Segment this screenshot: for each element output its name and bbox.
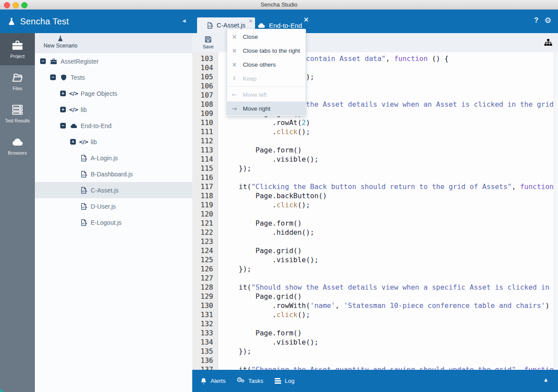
tree-item-lib[interactable]: +</>lib (35, 101, 192, 118)
tree-expander-minus[interactable]: − (60, 123, 66, 128)
tab-close-icon[interactable]: × (248, 18, 253, 24)
rail-item-files[interactable]: Files (0, 65, 35, 98)
menu-item-label: Close (243, 34, 258, 40)
sitemap-icon[interactable] (544, 38, 552, 47)
help-icon[interactable]: ? (534, 17, 538, 24)
line-number: 115 (192, 164, 213, 173)
svg-text:</>: </> (82, 173, 87, 176)
code-icon: </> (69, 107, 78, 113)
tree-item-assetregister[interactable]: −AssetRegister (35, 53, 192, 69)
close-icon: × (231, 47, 238, 54)
line-number: 132 (192, 319, 213, 328)
tree-item-end-to-end[interactable]: −End-to-End (35, 118, 192, 134)
tree-toolbar: New Scenario (35, 33, 192, 53)
line-number: 121 (192, 219, 213, 228)
code-line: .click(); (222, 200, 554, 210)
macos-titlebar: Sencha Studio (0, 0, 558, 10)
tree-item-e-logout-js[interactable]: </>E-Logout.js (35, 214, 192, 230)
rail-item-project[interactable]: Project (0, 33, 35, 65)
rail-item-test-results[interactable]: Test Results (0, 98, 35, 130)
rail-item-browsers[interactable]: Browsers (0, 130, 35, 162)
tree-expander-plus[interactable]: + (60, 91, 66, 96)
collapse-bottom-panel-icon[interactable]: ▲ (544, 377, 548, 382)
collapse-panel-icon[interactable]: ◀ (182, 18, 186, 23)
tab-context-menu: ×Close×Close tabs to the right×Close oth… (227, 29, 306, 116)
folder-icon (12, 72, 23, 83)
line-number: 119 (192, 200, 213, 210)
left-rail: ProjectFilesTest ResultsBrowsers (0, 33, 35, 392)
line-number: 112 (192, 136, 213, 145)
save-label: Save (203, 44, 214, 49)
tree-item-lib[interactable]: +</>lib (35, 134, 192, 150)
code-line: .visible(); (222, 255, 554, 264)
js-file-icon: </> (79, 187, 88, 194)
menu-separator (227, 86, 306, 87)
app-header: Sencha Test ◀ (0, 10, 192, 33)
tree-expander-minus[interactable]: − (40, 58, 46, 64)
tree-item-label: A-Login.js (91, 155, 118, 162)
tree-item-b-dashboard-js[interactable]: </>B-Dashboard.js (35, 166, 192, 182)
code-line: .hidden(); (222, 228, 554, 237)
log-lines-icon (275, 378, 281, 384)
tree-item-label: E-Logout.js (91, 219, 122, 226)
line-number: 109 (192, 109, 213, 118)
tree-item-c-asset-js[interactable]: </>C-Asset.js (35, 182, 192, 198)
code-line (222, 173, 554, 182)
code-line: .visible(); (222, 155, 554, 164)
alerts-button[interactable]: Alerts (200, 378, 226, 385)
tree-item-label: Tests (71, 74, 85, 81)
tasks-label: Tasks (248, 378, 264, 384)
menu-item-label: Close others (243, 61, 276, 68)
js-file-icon: </> (79, 219, 88, 226)
tree-item-d-user-js[interactable]: </>D-User.js (35, 198, 192, 214)
line-number: 122 (192, 228, 213, 237)
code-line (222, 356, 554, 365)
shield-icon (59, 74, 68, 81)
menu-item-move-left: ←Move left (227, 88, 306, 101)
code-line: Page.form() (222, 219, 554, 228)
js-file-icon: </> (79, 171, 88, 178)
tree-expander-plus[interactable]: + (70, 139, 76, 145)
code-line (222, 319, 554, 328)
new-scenario-button[interactable]: New Scenario (41, 34, 80, 50)
tree-expander-minus[interactable]: − (50, 74, 56, 80)
line-number: 106 (192, 81, 213, 91)
line-number: 113 (192, 145, 213, 155)
tree-expander-plus[interactable]: + (60, 107, 66, 112)
menu-item-label: Move left (243, 91, 267, 98)
menu-item-close[interactable]: ×Close (227, 30, 306, 44)
flask-icon (57, 35, 64, 42)
menu-item-close-others[interactable]: ×Close others (227, 57, 306, 71)
gear-icon[interactable]: ⚙ (544, 16, 551, 25)
code-line (222, 274, 554, 283)
line-number: 110 (192, 118, 213, 127)
tasks-button[interactable]: ⚙⚙ Tasks (237, 377, 264, 385)
pin-icon (231, 76, 238, 81)
tree-item-a-login-js[interactable]: </>A-Login.js (35, 150, 192, 166)
line-number: 118 (192, 191, 213, 200)
tree-item-page-objects[interactable]: +</>Page Objects (35, 85, 192, 101)
code-line: .rowWith('name', 'Statesman 10-piece con… (222, 301, 554, 310)
editor-scrollbar[interactable] (554, 52, 558, 370)
line-number: 107 (192, 91, 213, 100)
code-line: it("Changing the Asset quantity and savi… (222, 365, 554, 370)
tree-item-tests[interactable]: −Tests (35, 69, 192, 85)
menu-item-move-right[interactable]: →Move right (227, 101, 306, 115)
code-line: .click(); (222, 127, 554, 136)
tree-item-label: End-to-End (81, 122, 112, 129)
tab-close-icon[interactable]: × (303, 17, 309, 23)
code-line: it("Should show the Asset details view w… (222, 283, 554, 292)
close-icon: × (231, 33, 238, 40)
menu-item-close-tabs-to-the-right[interactable]: ×Close tabs to the right (227, 44, 306, 57)
js-file-icon: </> (207, 22, 213, 29)
tree-item-label: lib (91, 139, 97, 145)
line-number: 124 (192, 246, 213, 255)
tab-label: End-to-End (269, 22, 302, 29)
code-line: .click(); (222, 310, 554, 319)
rail-item-label: Browsers (8, 150, 27, 155)
log-button[interactable]: Log (275, 378, 295, 384)
save-button[interactable]: Save (200, 35, 216, 50)
line-number: 116 (192, 173, 213, 182)
line-number: 103 (192, 54, 213, 63)
arrow-left-icon: ← (231, 91, 238, 98)
